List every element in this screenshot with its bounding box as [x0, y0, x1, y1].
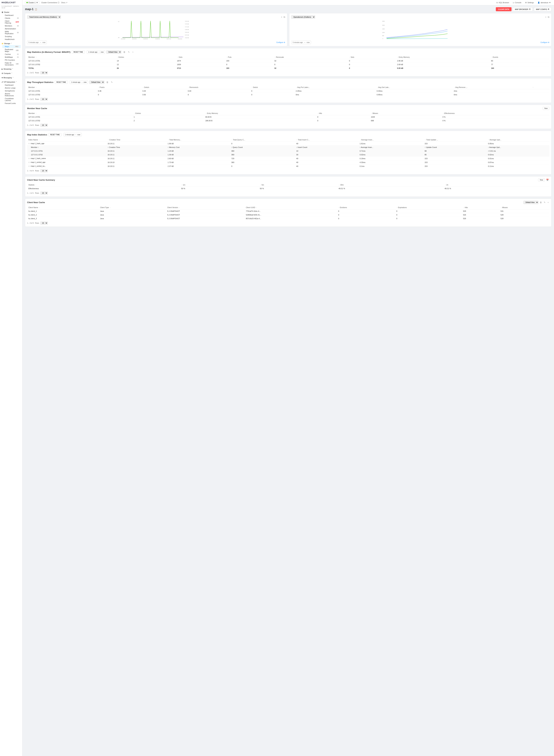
col-1m[interactable]: ↑ 1m [180, 183, 259, 187]
left-chart-time-range[interactable]: 5 minutes ago → now [27, 41, 47, 44]
col-nc-entry-memory[interactable]: ↑ Entry Memory [204, 111, 316, 115]
expand-sorted-na[interactable]: ∨ [29, 165, 30, 167]
col-1h[interactable]: ↑ 1h [443, 183, 550, 187]
entries-chart-select[interactable]: Total Entries and Memory (Outliers) [27, 15, 61, 19]
sidebar-item-fenced-locks[interactable]: Fenced Locks [2, 102, 21, 105]
sidebar-item-client-filtering[interactable]: Client FilteringOFF [2, 19, 21, 24]
col-client-uuid[interactable]: Client UUID ↑ [244, 206, 337, 209]
col-misses[interactable]: ↑ Misses [499, 206, 549, 209]
col-removals[interactable]: ↑ Removals [273, 55, 348, 59]
sidebar-item-pn-counters[interactable]: PN Counters [2, 59, 21, 61]
col-avg-put[interactable]: ↑ Avg Put Laten... [294, 86, 375, 89]
settings-btn[interactable]: ⚙ Settings [524, 1, 535, 4]
col-member[interactable]: Member ↑ [27, 55, 116, 59]
client-nc-edit-btn[interactable]: ✎ [543, 201, 546, 204]
col-puts-s[interactable]: ↑ Puts/s [97, 86, 141, 89]
sidebar-item-caches[interactable]: Caches1 [2, 53, 21, 56]
cluster-connections-link[interactable]: Cluster Connections ⓘ [41, 1, 59, 4]
map-index-reset-btn[interactable]: RESET TIME [48, 133, 62, 136]
sidebar-item-multimaps[interactable]: MultiMaps1 [2, 56, 21, 59]
col-client-type[interactable]: Client Type ↑ [99, 206, 166, 209]
col-gets[interactable]: ↑ Gets [176, 55, 225, 59]
map-config-button[interactable]: MAP CONFIG ⚙ [534, 7, 551, 11]
col-entries[interactable]: ↑ Entries [116, 55, 176, 59]
col-nc-misses[interactable]: ↑ Misses [370, 111, 441, 115]
col-5m[interactable]: ↑ 5m [259, 183, 337, 187]
col-hits[interactable]: ↑ Hits [462, 206, 499, 209]
col-events[interactable]: ↑ Events [490, 55, 549, 59]
ops-chart-add-btn[interactable]: + [545, 16, 547, 18]
col-expirations[interactable]: ↑ Expirations [395, 206, 462, 209]
client-nc-view-select[interactable]: Default View [523, 201, 539, 204]
sidebar-item-administration[interactable]: Administration [2, 27, 21, 30]
compute-header[interactable]: ⚙ Compute ⌃ [2, 72, 21, 75]
throughput-rows-select[interactable]: 10 [40, 98, 48, 101]
col-client-version[interactable]: Client Version ↑ [166, 206, 244, 209]
col-idx-update[interactable]: ↑ Total Update ... [423, 138, 487, 142]
col-idx-name[interactable]: Index Name ↑ [27, 138, 106, 142]
sidebar-item-countdown[interactable]: Countdown Latches [2, 97, 21, 102]
sidebar-item-maps[interactable]: Maps9/11 [2, 45, 21, 48]
sidebar-item-members[interactable]: Members3 [2, 24, 21, 27]
map-stats-view-select[interactable]: Default View [106, 50, 121, 54]
right-chart-time-range[interactable]: 5 minutes ago → now [291, 41, 311, 44]
copy-icon[interactable]: 📋 [35, 8, 37, 10]
sidebar-item-scripting[interactable]: Scripting [2, 35, 21, 38]
col-removes-s[interactable]: ↑ Removes/s [186, 86, 250, 89]
sidebar-item-healthcheck[interactable]: Healthcheck [2, 38, 21, 41]
expand-sorted-age[interactable]: ∨ [29, 161, 30, 163]
cluster-section-header[interactable]: 🗑 Cluster [2, 11, 21, 14]
col-entry-memory[interactable]: ↑ Entry Memory [396, 55, 490, 59]
throughput-delete-btn[interactable]: 🗑 [106, 81, 109, 84]
client-nc-add-btn[interactable]: + [547, 201, 549, 204]
col-idx-creation[interactable]: ↑ Creation Time [106, 138, 166, 142]
nc-summary-rows-select[interactable]: 10 [40, 192, 48, 195]
sidebar-item-atomic-refs[interactable]: Atomic References [2, 92, 21, 97]
col-sets-s[interactable]: ↑ Sets/s [250, 86, 294, 89]
throughput-reset-btn[interactable]: RESET TIME [55, 81, 68, 84]
sidebar-item-replicated-maps[interactable]: Replicated Maps1/2 [2, 48, 21, 53]
user-btn[interactable]: 👤 aberatcan ▼ [537, 1, 551, 4]
sidebar-item-flake-id[interactable]: Flake ID Generators1/2 [2, 61, 21, 66]
console-btn[interactable]: ▷ Console [512, 1, 522, 4]
map-index-time-range[interactable]: 1 minute ago → now [63, 133, 82, 136]
ops-chart-expand-btn[interactable]: ⧉ [548, 16, 549, 18]
map-stats-delete-btn[interactable]: 🗑 [123, 51, 126, 54]
col-nc-effectiveness[interactable]: ↑ Effectiveness [441, 111, 549, 115]
col-idx-avg-insert[interactable]: ↑ Average Inser... [358, 138, 423, 142]
docs-link[interactable]: Docs ↗ [61, 2, 67, 4]
map-stats-rows-select[interactable]: 10 [40, 71, 48, 74]
col-statistic[interactable]: Statistic ↑ [27, 183, 180, 187]
col-idx-avg-update[interactable]: ↑ Average Upd... [487, 138, 549, 142]
sidebar-item-dashboard[interactable]: Dashboard [2, 14, 21, 17]
chart-expand-btn[interactable]: ⧉ [284, 16, 285, 18]
col-avg-remove[interactable]: ↑ Avg Remove ... [452, 86, 531, 89]
expand-hash-age[interactable]: ∨ [29, 143, 30, 144]
client-nc-delete-btn[interactable]: 🗑 [539, 201, 543, 204]
col-t-member[interactable]: Member ↑ [27, 86, 97, 89]
nc-summary-calendar-btn[interactable]: 📅 [546, 179, 549, 182]
right-chart-configure[interactable]: Configure ⚙ [541, 42, 549, 43]
sidebar-item-semaphores[interactable]: Semaphores [2, 89, 21, 92]
client-nc-rows-select[interactable]: 10 [40, 221, 48, 224]
storage-section-header[interactable]: 📁 Storage ⌃ [2, 42, 21, 45]
streaming-header[interactable]: ▶ Streaming ⌃ [2, 67, 21, 70]
col-gets-s[interactable]: ↑ Gets/s [141, 86, 186, 89]
near-cache-rows-select[interactable]: 10 [40, 124, 48, 127]
operations-chart-select[interactable]: Operations/s (Outliers) [291, 15, 315, 19]
col-client-name[interactable]: Client Name ↑ [27, 206, 99, 209]
col-30m[interactable]: ↑ 30m [337, 183, 443, 187]
sidebar-item-wan[interactable]: WAN Replication0 [2, 30, 21, 35]
sidebar-item-clients[interactable]: Clients3 [2, 17, 21, 19]
map-stats-reset-btn[interactable]: RESET TIME [72, 51, 85, 54]
map-stats-time-range[interactable]: 1 minute ago → now [87, 50, 105, 54]
throughput-edit-btn[interactable]: ✎ [110, 81, 113, 84]
col-evictions[interactable]: ↑ Evictions [337, 206, 395, 209]
cp-header[interactable]: ☍ CP Subsystem ⌃ [2, 81, 21, 84]
col-idx-insert[interactable]: ↑ Total Insert C... [295, 138, 358, 142]
col-idx-query[interactable]: ↑ Total Query C... [230, 138, 295, 142]
col-avg-get[interactable]: ↑ Avg Get Late... [375, 86, 452, 89]
col-nc-entries[interactable]: ↑ Entries [132, 111, 204, 115]
throughput-time-range[interactable]: 1 minute ago → now [70, 81, 88, 84]
col-sets[interactable]: ↑ Sets [348, 55, 396, 59]
